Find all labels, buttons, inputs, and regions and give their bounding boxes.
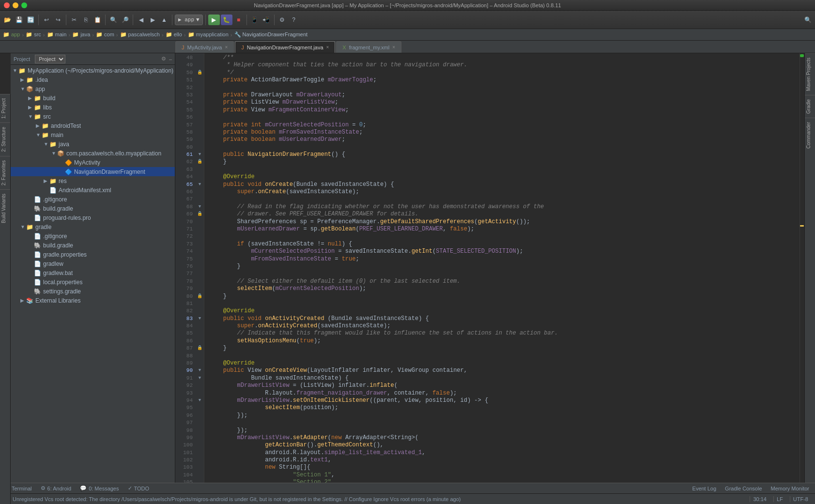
tree-item-proguard-rules[interactable]: 📄 proguard-rules.pro: [11, 213, 175, 222]
settings-button[interactable]: ⚙: [277, 15, 288, 25]
undo-button[interactable]: ↩: [41, 15, 52, 25]
gutter-94[interactable]: ▼: [196, 397, 204, 404]
traffic-lights[interactable]: [4, 2, 27, 8]
close-button[interactable]: [4, 2, 10, 8]
nav-up-button[interactable]: ▲: [159, 15, 169, 25]
todo-tab[interactable]: ✓ TODO: [124, 484, 154, 493]
app-dropdown[interactable]: ▶ app ▼: [175, 15, 203, 25]
tree-item-external-libraries[interactable]: ▶ 📚 External Libraries: [11, 296, 175, 305]
gutter-90[interactable]: ▼: [196, 367, 204, 374]
open-file-button[interactable]: 📂: [2, 15, 13, 25]
gutter-91[interactable]: ▼: [196, 375, 204, 382]
run-button[interactable]: ▶: [208, 15, 220, 25]
tree-item-build-gradle-root[interactable]: 🐘 build.gradle: [11, 241, 175, 250]
gutter-62[interactable]: 🔒: [196, 158, 204, 166]
favorites-tool-window[interactable]: 2: Favorites: [0, 156, 10, 189]
sidebar-settings-icon[interactable]: ⚙: [161, 56, 166, 62]
redo-button[interactable]: ↪: [53, 15, 63, 25]
breadcrumb-item-com[interactable]: 📁 com: [96, 31, 114, 38]
tree-item-idea[interactable]: ▶ 📁 .idea: [11, 75, 175, 84]
breadcrumb-item-myapplication[interactable]: 📁 myapplication: [188, 31, 229, 38]
messages-tab[interactable]: 💬 0: Messages: [76, 484, 123, 493]
breadcrumb-item-src[interactable]: 📁 src: [26, 31, 41, 38]
breadcrumb-item-main[interactable]: 📁 main: [47, 31, 67, 38]
search2-button[interactable]: 🔎: [120, 15, 130, 25]
tab-myactivity-close[interactable]: ×: [225, 45, 228, 50]
maven-projects-tool[interactable]: Maven Projects: [805, 53, 815, 95]
gutter-68[interactable]: ▼: [196, 203, 204, 211]
commander-tool[interactable]: Commander: [805, 118, 815, 153]
tree-item-build[interactable]: ▶ 📁 build: [11, 93, 175, 103]
sync-button[interactable]: 🔄: [25, 15, 36, 25]
nav-back-button[interactable]: ◀: [136, 15, 146, 25]
help-button[interactable]: ?: [289, 15, 299, 25]
breadcrumb-item-java[interactable]: 📁 java: [72, 31, 90, 38]
tree-item-settings-gradle[interactable]: 🐘 settings.gradle: [11, 287, 175, 296]
encoding-display[interactable]: UTF-8: [790, 496, 811, 502]
tree-item-libs[interactable]: ▶ 📁 libs: [11, 103, 175, 112]
build-variants-tool-window[interactable]: Build Variants: [0, 189, 10, 227]
tree-item-local-properties[interactable]: 📄 local.properties: [11, 277, 175, 287]
tab-fragment-my-xml[interactable]: X fragment_my.xml ×: [336, 41, 401, 53]
breadcrumb-item-app[interactable]: 📁 app: [3, 31, 20, 38]
cut-button[interactable]: ✂: [69, 15, 79, 25]
lf-display[interactable]: LF: [773, 496, 786, 502]
tree-item-src[interactable]: ▼ 📁 src: [11, 112, 175, 121]
breadcrumb-item-ello[interactable]: 📁 ello: [166, 31, 182, 38]
sdk-manager-button[interactable]: 📱: [249, 15, 260, 25]
global-search-button[interactable]: 🔍: [802, 15, 813, 25]
tab-navigationdrawerfragment[interactable]: J NavigationDrawerFragment.java ×: [235, 41, 335, 53]
gutter-61[interactable]: ▼: [196, 151, 204, 158]
tree-item-build-gradle-app[interactable]: 🐘 build.gradle: [11, 204, 175, 213]
paste-button[interactable]: 📋: [92, 15, 103, 25]
gutter-65[interactable]: ▼: [196, 181, 204, 188]
tree-item-myapplication-root[interactable]: ▼ 📁 MyApplication (~/Projects/migros-and…: [11, 66, 175, 75]
nav-forward-button[interactable]: ▶: [147, 15, 158, 25]
project-tool-window[interactable]: 1: Project: [0, 94, 10, 122]
gutter-50[interactable]: 🔒: [196, 69, 204, 76]
debug-button[interactable]: 🐛: [221, 15, 232, 25]
gutter-69[interactable]: 🔒: [196, 211, 204, 218]
gradle-console-tab[interactable]: Gradle Console: [721, 484, 766, 493]
tree-item-gitignore-app[interactable]: 📄 .gitignore: [11, 195, 175, 204]
tree-item-gradle[interactable]: ▼ 📁 gradle: [11, 222, 175, 231]
tree-item-res[interactable]: ▶ 📁 res: [11, 176, 175, 185]
tree-item-gradlew-bat[interactable]: 📄 gradlew.bat: [11, 268, 175, 277]
tree-item-navigationdrawerfragment[interactable]: 🔷 NavigationDrawerFragment: [11, 167, 175, 176]
minimize-button[interactable]: [13, 2, 18, 8]
gutter-87[interactable]: 🔒: [196, 345, 204, 352]
tree-item-gitignore-root[interactable]: 📄 .gitignore: [11, 231, 175, 241]
copy-button[interactable]: ⎘: [80, 15, 91, 25]
structure-tool-window[interactable]: 2: Structure: [0, 122, 10, 156]
gutter-80[interactable]: 🔒: [196, 293, 204, 300]
tree-item-main[interactable]: ▼ 📁 main: [11, 130, 175, 139]
tree-item-gradle-properties[interactable]: 📄 gradle.properties: [11, 250, 175, 259]
save-button[interactable]: 💾: [14, 15, 24, 25]
android-tab[interactable]: ⚙ 6: Android: [37, 484, 76, 493]
maximize-button[interactable]: [21, 2, 27, 8]
tree-item-app[interactable]: ▼ 📦 app: [11, 84, 175, 93]
code-editor[interactable]: /** * Helper component that ties the act…: [204, 53, 800, 483]
gutter-48: [196, 54, 204, 61]
tab-myactivity[interactable]: J MyActivity.java ×: [175, 41, 234, 53]
breadcrumb-item-file[interactable]: 🔧 NavigationDrawerFragment: [234, 31, 308, 38]
gradle-tool[interactable]: Gradle: [805, 95, 815, 118]
stop-button[interactable]: ■: [233, 15, 244, 25]
tree-item-java[interactable]: ▼ 📁 java: [11, 139, 175, 149]
gutter-83[interactable]: ▼: [196, 315, 204, 322]
memory-monitor-tab[interactable]: Memory Monitor: [767, 484, 813, 493]
avd-manager-button[interactable]: 📲: [261, 15, 272, 25]
tab-navigationdrawerfragment-close[interactable]: ×: [326, 45, 329, 50]
event-log-tab[interactable]: Event Log: [689, 484, 721, 493]
breadcrumb-item-pascalwelsch[interactable]: 📁 pascalwelsch: [120, 31, 160, 38]
tree-item-package[interactable]: ▼ 📦 com.pascalwelsch.ello.myapplication: [11, 149, 175, 158]
project-scope-dropdown[interactable]: Project: [35, 55, 65, 63]
tree-item-gradlew[interactable]: 📄 gradlew: [11, 259, 175, 268]
search-button[interactable]: 🔍: [108, 15, 119, 25]
code-line-103: new String[]{: [209, 464, 800, 471]
tab-fragment-my-xml-close[interactable]: ×: [392, 45, 395, 50]
sidebar-collapse-icon[interactable]: –: [169, 56, 172, 62]
tree-item-myactivity[interactable]: 🔶 MyActivity: [11, 158, 175, 167]
tree-item-androidtest[interactable]: ▶ 📁 androidTest: [11, 121, 175, 130]
tree-item-androidmanifest[interactable]: 📄 AndroidManifest.xml: [11, 185, 175, 195]
